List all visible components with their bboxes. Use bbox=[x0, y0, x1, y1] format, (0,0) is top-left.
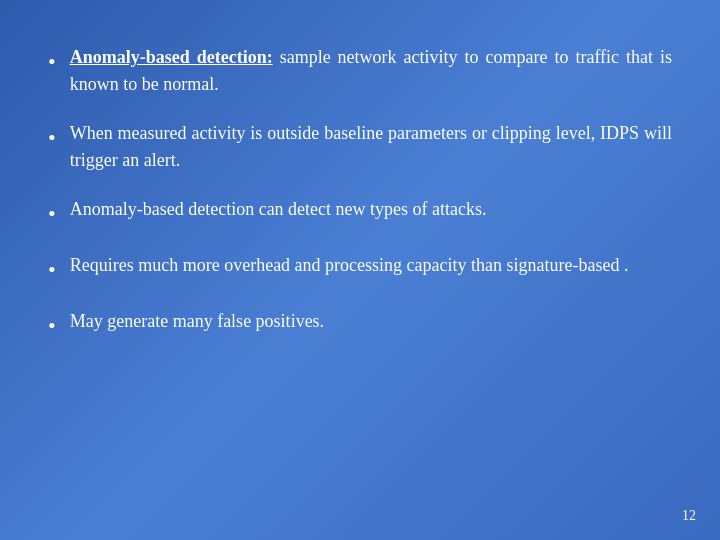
list-item: • May generate many false positives. bbox=[48, 308, 672, 342]
slide: • Anomaly-based detection: sample networ… bbox=[0, 0, 720, 540]
bullet-4-text: Requires much more overhead and processi… bbox=[70, 252, 672, 279]
bullet-dot: • bbox=[48, 121, 56, 154]
bullet-dot: • bbox=[48, 45, 56, 78]
bullet-dot: • bbox=[48, 309, 56, 342]
bullet-2-text: When measured activity is outside baseli… bbox=[70, 120, 672, 174]
anomaly-detection-label: Anomaly-based detection: bbox=[70, 47, 273, 67]
bullet-3-text: Anomaly-based detection can detect new t… bbox=[70, 196, 672, 223]
list-item: • Requires much more overhead and proces… bbox=[48, 252, 672, 286]
bullet-5-text: May generate many false positives. bbox=[70, 308, 672, 335]
list-item: • When measured activity is outside base… bbox=[48, 120, 672, 174]
bullet-list: • Anomaly-based detection: sample networ… bbox=[48, 44, 672, 342]
bullet-text: Anomaly-based detection: sample network … bbox=[70, 44, 672, 98]
bullet-dot: • bbox=[48, 197, 56, 230]
list-item: • Anomaly-based detection can detect new… bbox=[48, 196, 672, 230]
slide-number: 12 bbox=[682, 508, 696, 524]
list-item: • Anomaly-based detection: sample networ… bbox=[48, 44, 672, 98]
bullet-dot: • bbox=[48, 253, 56, 286]
